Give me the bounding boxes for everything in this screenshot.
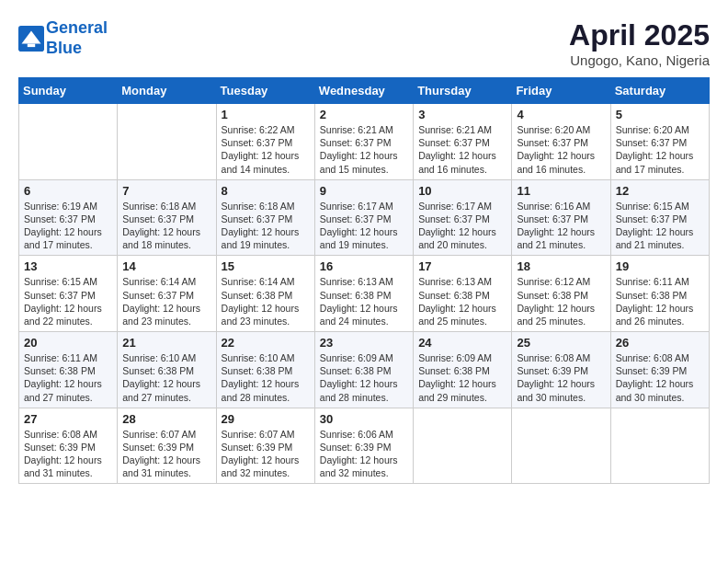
cell-info: Sunrise: 6:11 AMSunset: 6:38 PMDaylight:… [24,351,112,404]
day-number: 30 [320,412,408,426]
cell-info: Sunrise: 6:16 AMSunset: 6:37 PMDaylight:… [517,200,605,252]
day-number: 13 [24,259,112,273]
calendar-week-5: 27 Sunrise: 6:08 AMSunset: 6:39 PMDaylig… [19,408,710,484]
day-number: 23 [320,336,408,350]
calendar-cell: 19 Sunrise: 6:11 AMSunset: 6:38 PMDaylig… [610,256,709,332]
cell-info: Sunrise: 6:18 AMSunset: 6:37 PMDaylight:… [222,200,310,252]
day-number: 26 [616,336,704,350]
day-number: 12 [616,184,704,198]
day-number: 9 [320,184,408,198]
day-number: 27 [24,412,112,426]
cell-info: Sunrise: 6:10 AMSunset: 6:38 PMDaylight:… [122,351,210,404]
cell-info: Sunrise: 6:22 AMSunset: 6:37 PMDaylight:… [222,123,310,176]
calendar-cell: 26 Sunrise: 6:08 AMSunset: 6:39 PMDaylig… [610,332,709,408]
calendar-cell: 5 Sunrise: 6:20 AMSunset: 6:37 PMDayligh… [610,104,709,180]
calendar-cell: 13 Sunrise: 6:15 AMSunset: 6:37 PMDaylig… [19,256,118,332]
title-block: April 2025 Ungogo, Kano, Nigeria [569,18,710,68]
day-number: 1 [222,108,310,121]
cell-info: Sunrise: 6:07 AMSunset: 6:39 PMDaylight:… [122,428,210,480]
weekday-header-tuesday: Tuesday [216,78,314,104]
location: Ungogo, Kano, Nigeria [569,52,710,68]
day-number: 18 [517,259,605,273]
cell-info: Sunrise: 6:19 AMSunset: 6:37 PMDaylight:… [24,200,112,252]
calendar-cell: 3 Sunrise: 6:21 AMSunset: 6:37 PMDayligh… [414,104,512,180]
day-number: 6 [24,184,112,198]
calendar-cell [610,408,709,484]
calendar-cell: 24 Sunrise: 6:09 AMSunset: 6:38 PMDaylig… [414,332,512,408]
svg-rect-2 [28,43,35,47]
day-number: 21 [122,336,210,350]
day-number: 29 [222,412,310,426]
cell-info: Sunrise: 6:15 AMSunset: 6:37 PMDaylight:… [616,200,704,252]
calendar-cell: 7 Sunrise: 6:18 AMSunset: 6:37 PMDayligh… [118,179,216,256]
weekday-header-wednesday: Wednesday [314,78,413,104]
day-number: 10 [418,184,506,198]
cell-info: Sunrise: 6:20 AMSunset: 6:37 PMDaylight:… [616,123,704,176]
cell-info: Sunrise: 6:20 AMSunset: 6:37 PMDaylight:… [517,123,605,176]
cell-info: Sunrise: 6:09 AMSunset: 6:38 PMDaylight:… [320,351,408,404]
cell-info: Sunrise: 6:21 AMSunset: 6:37 PMDaylight:… [418,123,506,176]
logo-line1: General [46,18,108,37]
calendar-cell: 23 Sunrise: 6:09 AMSunset: 6:38 PMDaylig… [314,332,413,408]
logo-line2: Blue [46,39,82,57]
calendar-cell: 30 Sunrise: 6:06 AMSunset: 6:39 PMDaylig… [314,408,413,484]
calendar-cell: 28 Sunrise: 6:07 AMSunset: 6:39 PMDaylig… [118,408,216,484]
day-number: 20 [24,336,112,350]
calendar-cell [512,408,610,484]
calendar-table: SundayMondayTuesdayWednesdayThursdayFrid… [18,77,710,484]
calendar-cell: 22 Sunrise: 6:10 AMSunset: 6:38 PMDaylig… [216,332,314,408]
calendar-cell: 15 Sunrise: 6:14 AMSunset: 6:38 PMDaylig… [216,256,314,332]
day-number: 17 [418,259,506,273]
calendar-cell: 27 Sunrise: 6:08 AMSunset: 6:39 PMDaylig… [19,408,118,484]
cell-info: Sunrise: 6:06 AMSunset: 6:39 PMDaylight:… [320,428,408,480]
cell-info: Sunrise: 6:11 AMSunset: 6:38 PMDaylight:… [616,275,704,327]
day-number: 8 [222,184,310,198]
calendar-cell [19,104,118,180]
calendar-week-2: 6 Sunrise: 6:19 AMSunset: 6:37 PMDayligh… [19,179,710,256]
cell-info: Sunrise: 6:07 AMSunset: 6:39 PMDaylight:… [222,428,310,480]
day-number: 25 [517,336,605,350]
calendar-cell: 25 Sunrise: 6:08 AMSunset: 6:39 PMDaylig… [512,332,610,408]
calendar-body: 1 Sunrise: 6:22 AMSunset: 6:37 PMDayligh… [19,104,710,484]
calendar-cell: 6 Sunrise: 6:19 AMSunset: 6:37 PMDayligh… [19,179,118,256]
calendar-week-3: 13 Sunrise: 6:15 AMSunset: 6:37 PMDaylig… [19,256,710,332]
cell-info: Sunrise: 6:18 AMSunset: 6:37 PMDaylight:… [122,200,210,252]
day-number: 14 [122,259,210,273]
cell-info: Sunrise: 6:08 AMSunset: 6:39 PMDaylight:… [517,351,605,404]
day-number: 16 [320,259,408,273]
calendar-week-1: 1 Sunrise: 6:22 AMSunset: 6:37 PMDayligh… [19,104,710,180]
calendar-cell [414,408,512,484]
calendar-cell: 16 Sunrise: 6:13 AMSunset: 6:38 PMDaylig… [314,256,413,332]
day-number: 28 [122,412,210,426]
logo-icon [18,26,44,52]
day-number: 24 [418,336,506,350]
calendar-cell: 18 Sunrise: 6:12 AMSunset: 6:38 PMDaylig… [512,256,610,332]
calendar-cell: 29 Sunrise: 6:07 AMSunset: 6:39 PMDaylig… [216,408,314,484]
calendar-cell: 17 Sunrise: 6:13 AMSunset: 6:38 PMDaylig… [414,256,512,332]
cell-info: Sunrise: 6:14 AMSunset: 6:38 PMDaylight:… [222,275,310,327]
cell-info: Sunrise: 6:21 AMSunset: 6:37 PMDaylight:… [320,123,408,176]
calendar-cell: 1 Sunrise: 6:22 AMSunset: 6:37 PMDayligh… [216,104,314,180]
cell-info: Sunrise: 6:09 AMSunset: 6:38 PMDaylight:… [418,351,506,404]
day-number: 19 [616,259,704,273]
cell-info: Sunrise: 6:12 AMSunset: 6:38 PMDaylight:… [517,275,605,327]
cell-info: Sunrise: 6:17 AMSunset: 6:37 PMDaylight:… [418,200,506,252]
day-number: 15 [222,259,310,273]
day-number: 7 [122,184,210,198]
calendar-week-4: 20 Sunrise: 6:11 AMSunset: 6:38 PMDaylig… [19,332,710,408]
day-number: 4 [517,108,605,121]
cell-info: Sunrise: 6:15 AMSunset: 6:37 PMDaylight:… [24,275,112,327]
weekday-header-saturday: Saturday [610,78,709,104]
cell-info: Sunrise: 6:10 AMSunset: 6:38 PMDaylight:… [222,351,310,404]
day-number: 3 [418,108,506,121]
weekday-header-thursday: Thursday [414,78,512,104]
cell-info: Sunrise: 6:14 AMSunset: 6:37 PMDaylight:… [122,275,210,327]
calendar-cell: 2 Sunrise: 6:21 AMSunset: 6:37 PMDayligh… [314,104,413,180]
day-number: 22 [222,336,310,350]
calendar-cell: 10 Sunrise: 6:17 AMSunset: 6:37 PMDaylig… [414,179,512,256]
weekday-header-monday: Monday [118,78,216,104]
calendar-cell: 4 Sunrise: 6:20 AMSunset: 6:37 PMDayligh… [512,104,610,180]
calendar-header-row: SundayMondayTuesdayWednesdayThursdayFrid… [19,78,710,104]
logo: General Blue [18,18,108,58]
calendar-cell: 8 Sunrise: 6:18 AMSunset: 6:37 PMDayligh… [216,179,314,256]
